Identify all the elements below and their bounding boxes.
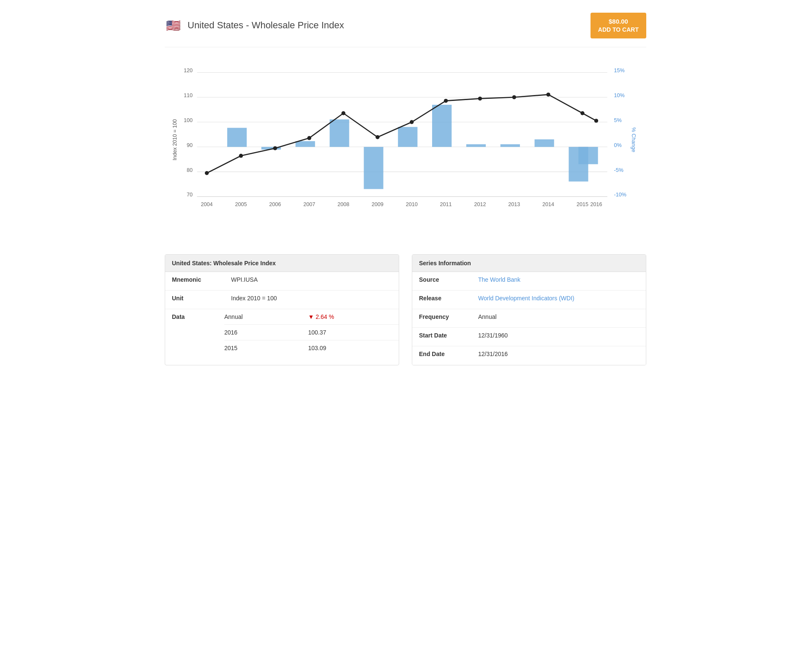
source-label: Source [412, 272, 471, 290]
data-2015-row: 2015 103.09 [224, 340, 399, 356]
right-table-body: Source The World Bank Release World Deve… [412, 272, 646, 365]
bar-2012 [466, 144, 486, 147]
cart-label: ADD TO CART [598, 26, 639, 33]
x-label-2015: 2015 [577, 201, 588, 207]
unit-value: Index 2010 = 100 [224, 291, 399, 309]
line-dot-2007 [307, 136, 311, 140]
x-label-2009: 2009 [372, 201, 384, 207]
bar-2009 [364, 147, 383, 189]
chart-svg: 120 110 100 90 80 70 15% 10% 5% 0% -5% -… [165, 60, 646, 237]
year-2015-label: 2015 [224, 345, 308, 351]
right-table-title: Series Information [412, 255, 646, 272]
svg-text:-10%: -10% [614, 192, 626, 198]
price-label: $80.00 [598, 17, 639, 26]
x-label-2005: 2005 [235, 201, 247, 207]
end-date-value: 12/31/2016 [471, 346, 646, 365]
end-date-label: End Date [412, 346, 471, 365]
header-left: 🇺🇸 United States - Wholesale Price Index [165, 20, 344, 31]
unit-label: Unit [165, 291, 224, 309]
source-row: Source The World Bank [412, 272, 646, 291]
svg-text:100: 100 [184, 117, 193, 123]
svg-text:110: 110 [184, 93, 193, 98]
line-dot-2011 [444, 98, 448, 102]
x-label-2010: 2010 [406, 201, 418, 207]
frequency-row: Frequency Annual [412, 309, 646, 328]
line-dot-2015 [580, 111, 584, 115]
line-dot-2014 [546, 93, 550, 96]
svg-text:0%: 0% [614, 142, 622, 148]
svg-text:Index 2010 = 100: Index 2010 = 100 [172, 119, 178, 161]
bar-2010 [398, 127, 417, 147]
frequency-value: Annual [471, 309, 646, 327]
release-label: Release [412, 291, 471, 309]
line-dot-2016 [594, 119, 598, 122]
left-info-table: United States: Wholesale Price Index Mne… [165, 254, 399, 365]
bar-2007 [296, 141, 315, 147]
line-dot-2004 [205, 171, 209, 175]
line-dot-2008 [341, 111, 345, 115]
mnemonic-row: Mnemonic WPI.IUSA [165, 272, 399, 291]
x-label-2014: 2014 [542, 201, 554, 207]
data-row: Data Annual ▼ 2.64 % 2016 100.37 2015 [165, 309, 399, 356]
add-to-cart-button[interactable]: $80.00 ADD TO CART [591, 13, 646, 38]
source-link[interactable]: The World Bank [478, 276, 520, 283]
bar-2011 [432, 105, 452, 147]
line-dot-2009 [376, 135, 379, 139]
data-sub-rows: Annual ▼ 2.64 % 2016 100.37 2015 103.09 [224, 309, 399, 356]
year-2016-label: 2016 [224, 329, 308, 336]
line-dot-2013 [512, 95, 516, 99]
annual-change: ▼ 2.64 % [308, 313, 392, 320]
release-row: Release World Development Indicators (WD… [412, 291, 646, 309]
svg-text:10%: 10% [614, 93, 625, 98]
bar-2016 [579, 147, 598, 164]
svg-text:70: 70 [187, 192, 193, 198]
line-dot-2012 [478, 96, 482, 100]
x-label-2012: 2012 [474, 201, 486, 207]
bar-2008 [329, 119, 349, 147]
page-title: United States - Wholesale Price Index [188, 20, 344, 31]
x-label-2011: 2011 [440, 201, 452, 207]
info-tables: United States: Wholesale Price Index Mne… [165, 254, 646, 365]
end-date-row: End Date 12/31/2016 [412, 346, 646, 365]
start-date-row: Start Date 12/31/1960 [412, 328, 646, 346]
left-table-body: Mnemonic WPI.IUSA Unit Index 2010 = 100 … [165, 272, 399, 356]
release-link[interactable]: World Development Indicators (WDI) [478, 295, 574, 302]
data-label: Data [165, 309, 224, 324]
svg-text:120: 120 [184, 68, 193, 73]
right-info-table: Series Information Source The World Bank… [412, 254, 646, 365]
svg-text:-5%: -5% [614, 167, 623, 173]
bar-2005 [227, 128, 247, 147]
chart-container: 120 110 100 90 80 70 15% 10% 5% 0% -5% -… [165, 60, 646, 237]
release-value: World Development Indicators (WDI) [471, 291, 646, 309]
line-dot-2005 [239, 154, 243, 158]
x-label-2006: 2006 [269, 201, 281, 207]
start-date-label: Start Date [412, 328, 471, 346]
bar-2014 [535, 139, 554, 147]
unit-row: Unit Index 2010 = 100 [165, 291, 399, 309]
x-label-2008: 2008 [337, 201, 349, 207]
x-label-2004: 2004 [201, 201, 213, 207]
bar-2013 [501, 144, 520, 147]
x-label-2007: 2007 [303, 201, 315, 207]
svg-text:15%: 15% [614, 68, 625, 73]
svg-text:% Change: % Change [631, 127, 637, 152]
start-date-value: 12/31/1960 [471, 328, 646, 346]
page-header: 🇺🇸 United States - Wholesale Price Index… [165, 8, 646, 47]
left-table-title: United States: Wholesale Price Index [165, 255, 399, 272]
svg-text:5%: 5% [614, 117, 622, 123]
line-dot-2006 [273, 146, 277, 150]
frequency-label: Frequency [412, 309, 471, 327]
mnemonic-value: WPI.IUSA [224, 272, 399, 290]
line-dot-2010 [410, 120, 414, 124]
value-2015: 103.09 [308, 345, 392, 351]
flag-icon: 🇺🇸 [165, 20, 182, 31]
mnemonic-label: Mnemonic [165, 272, 224, 290]
annual-label: Annual [224, 313, 308, 320]
svg-text:80: 80 [187, 167, 193, 173]
x-label-2013: 2013 [508, 201, 520, 207]
data-annual-row: Annual ▼ 2.64 % [224, 309, 399, 325]
svg-text:90: 90 [187, 142, 193, 148]
source-value: The World Bank [471, 272, 646, 290]
data-2016-row: 2016 100.37 [224, 325, 399, 340]
x-label-2016: 2016 [590, 201, 602, 207]
